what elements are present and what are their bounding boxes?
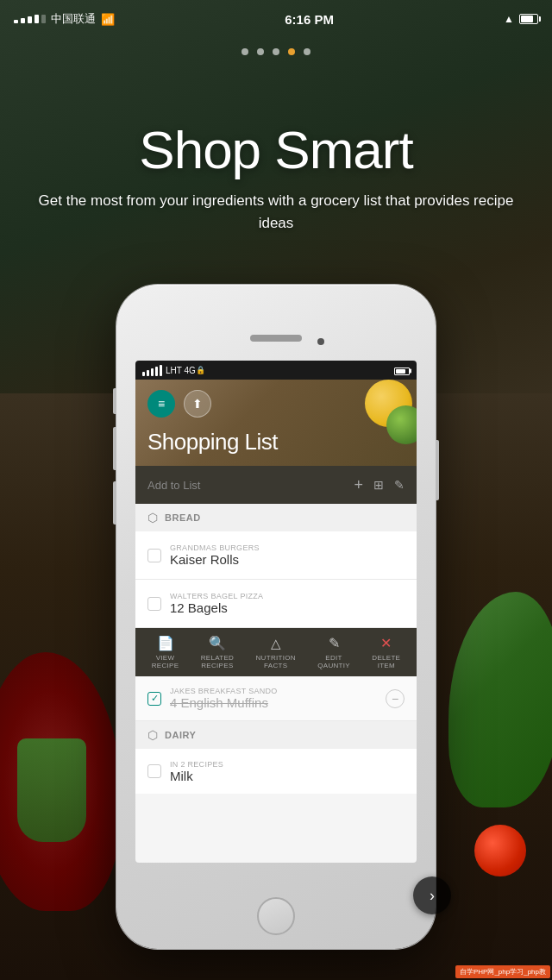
bread-section-label: BREAD [165, 512, 201, 523]
carrier-name: 中国联通 [51, 11, 96, 27]
related-recipes-action[interactable]: 🔍 RELATEDRECIPES [201, 635, 234, 669]
share-icon: ⬆ [192, 397, 203, 411]
phone-battery [394, 366, 410, 375]
phone-status-bar: LHT 4G 🔒 [135, 361, 417, 380]
signal-bar-3 [28, 16, 32, 23]
ps-bar-2 [147, 370, 149, 376]
edit-quantity-icon: ✎ [329, 635, 340, 651]
phone-mockup: LHT 4G 🔒 ≡ [116, 285, 436, 949]
kaiser-rolls-item[interactable]: GRANDMAS BURGERS Kaiser Rolls [135, 531, 417, 580]
barcode-icon[interactable]: ⊞ [373, 478, 384, 492]
bagels-checkbox[interactable] [147, 597, 161, 611]
mute-switch [113, 388, 116, 414]
battery-icon [519, 14, 538, 24]
lime [386, 405, 417, 444]
battery-fill [521, 16, 533, 22]
delete-label: DELETEITEM [372, 654, 400, 669]
device-time: 6:16 PM [285, 12, 334, 27]
next-arrow-button[interactable]: › [413, 876, 451, 914]
hero-subtitle: Get the most from your ingredients with … [0, 190, 552, 234]
milk-name: Milk [170, 769, 405, 783]
bread-icon: ⬡ [147, 511, 158, 525]
milk-item[interactable]: IN 2 RECIPES Milk [135, 749, 417, 794]
em-name: 4 English Muffins [170, 695, 377, 710]
add-to-list-label: Add to List [147, 479, 343, 492]
produce-green [17, 738, 86, 842]
edit-quantity-action[interactable]: ✎ EDITQAUNTIY [317, 635, 350, 669]
milk-recipe: IN 2 RECIPES [170, 760, 405, 769]
page-dot-4[interactable] [288, 48, 295, 55]
signal-strength [14, 15, 46, 23]
related-recipes-label: RELATEDRECIPES [201, 654, 234, 669]
nutrition-icon: △ [271, 636, 281, 651]
add-to-list-bar[interactable]: Add to List + ⊞ ✎ [135, 466, 417, 504]
ps-bar-1 [142, 372, 145, 376]
bagels-content: WALTERS BAGEL PIZZA 12 Bagels [170, 592, 405, 615]
edit-icon[interactable]: ✎ [394, 478, 405, 492]
bread-section-header: ⬡ BREAD [135, 504, 417, 531]
earpiece [250, 335, 302, 342]
em-content: JAKES BREAKFAST SANDO 4 English Muffins [170, 687, 377, 710]
edit-quantity-label: EDITQAUNTIY [317, 654, 350, 669]
hero-section: Shop Smart Get the most from your ingred… [0, 121, 552, 234]
add-icon[interactable]: + [354, 476, 363, 494]
delete-item-action[interactable]: ✕ DELETEITEM [372, 635, 400, 669]
shopping-list-title: Shopping List [147, 429, 278, 455]
signal-bar-2 [21, 18, 25, 23]
nutrition-label: NUTRITIONFACTS [256, 654, 296, 669]
bagels-item[interactable]: WALTERS BAGEL PIZZA 12 Bagels [135, 580, 417, 628]
tomato-right [474, 825, 526, 876]
phone-lock-icon: 🔒 [196, 366, 205, 374]
em-minus-button[interactable]: − [386, 689, 405, 708]
next-arrow-icon: › [430, 887, 435, 905]
wifi-icon: 📶 [101, 13, 115, 26]
location-icon: ▲ [504, 13, 514, 25]
status-left: 中国联通 📶 [14, 11, 115, 27]
volume-up [113, 427, 116, 470]
related-recipes-icon: 🔍 [209, 635, 226, 651]
item-action-bar: 📄 VIEWRECIPE 🔍 RELATEDRECIPES △ NUTRITIO… [135, 628, 417, 676]
front-camera [317, 338, 324, 345]
volume-down [113, 481, 116, 525]
status-right: ▲ [504, 13, 538, 25]
phone-body: LHT 4G 🔒 ≡ [116, 285, 436, 949]
shopping-list-header: ≡ ⬆ Shopping List [135, 380, 417, 466]
view-recipe-action[interactable]: 📄 VIEWRECIPE [152, 635, 179, 669]
watermark: 自学PHP网_php学习_php教 [455, 965, 550, 978]
view-recipe-icon: 📄 [157, 635, 174, 651]
signal-bar-5 [41, 15, 46, 23]
power-button [436, 440, 439, 500]
citrus-decoration [343, 380, 417, 453]
nutrition-action[interactable]: △ NUTRITIONFACTS [256, 636, 296, 669]
signal-bar-4 [34, 15, 39, 23]
page-indicator [0, 48, 552, 55]
phone-signal [142, 365, 162, 376]
page-dot-1[interactable] [242, 48, 248, 55]
signal-bar-1 [14, 20, 18, 23]
menu-button[interactable]: ≡ [147, 390, 175, 418]
english-muffins-item[interactable]: ✓ JAKES BREAKFAST SANDO 4 English Muffin… [135, 676, 417, 721]
page-dot-3[interactable] [273, 48, 279, 55]
view-recipe-label: VIEWRECIPE [152, 654, 179, 669]
milk-content: IN 2 RECIPES Milk [170, 760, 405, 783]
kaiser-recipe: GRANDMAS BURGERS [170, 543, 405, 552]
page-dot-2[interactable] [257, 48, 264, 55]
header-icons: ≡ ⬆ [147, 390, 211, 418]
page-dot-5[interactable] [304, 48, 310, 55]
kaiser-checkbox[interactable] [147, 549, 161, 562]
bagels-name: 12 Bagels [170, 600, 405, 615]
milk-checkbox[interactable] [147, 764, 161, 778]
bread-section: ⬡ BREAD GRANDMAS BURGERS Kaiser Rolls WA… [135, 504, 417, 628]
home-button[interactable] [257, 897, 295, 935]
phone-carrier: LHT 4G [166, 366, 196, 375]
share-button[interactable]: ⬆ [184, 390, 211, 418]
ps-bar-3 [151, 368, 154, 376]
kaiser-name: Kaiser Rolls [170, 552, 405, 567]
ps-bar-5 [160, 365, 162, 376]
bagels-recipe: WALTERS BAGEL PIZZA [170, 592, 405, 600]
dairy-section: ⬡ DAIRY [135, 721, 417, 749]
dairy-icon: ⬡ [147, 728, 158, 742]
em-checkbox[interactable]: ✓ [147, 692, 161, 706]
phone-screen: LHT 4G 🔒 ≡ [135, 361, 417, 863]
em-recipe: JAKES BREAKFAST SANDO [170, 687, 377, 695]
